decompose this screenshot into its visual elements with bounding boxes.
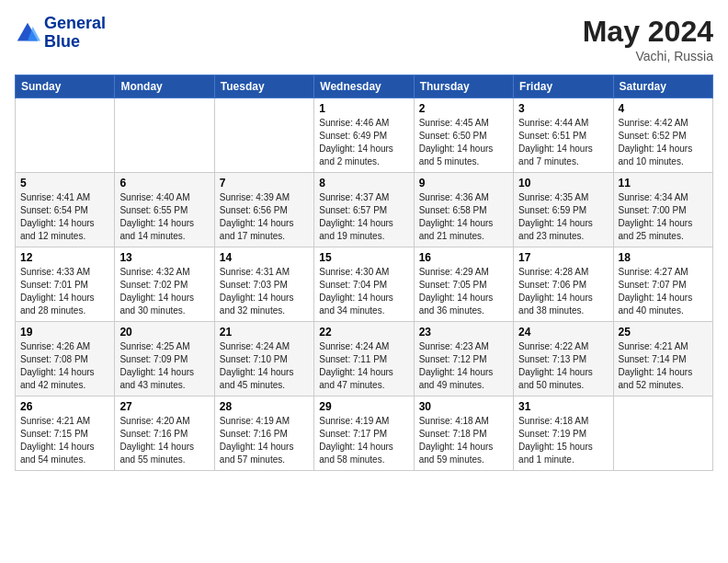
- day-number: 7: [220, 177, 309, 190]
- calendar-week-row: 5Sunrise: 4:41 AMSunset: 6:54 PMDaylight…: [16, 173, 713, 247]
- calendar-cell: 21Sunrise: 4:24 AMSunset: 7:10 PMDayligh…: [214, 322, 313, 396]
- calendar-cell: 28Sunrise: 4:19 AMSunset: 7:16 PMDayligh…: [214, 396, 313, 471]
- day-info: Sunrise: 4:21 AMSunset: 7:15 PMDaylight:…: [20, 415, 109, 466]
- calendar-cell: 14Sunrise: 4:31 AMSunset: 7:03 PMDayligh…: [214, 247, 313, 322]
- day-info: Sunrise: 4:19 AMSunset: 7:16 PMDaylight:…: [220, 415, 309, 466]
- day-info: Sunrise: 4:20 AMSunset: 7:16 PMDaylight:…: [119, 415, 209, 466]
- page-header: General Blue May 2024 Vachi, Russia: [15, 15, 713, 63]
- day-number: 15: [319, 251, 408, 264]
- calendar-week-row: 26Sunrise: 4:21 AMSunset: 7:15 PMDayligh…: [16, 396, 713, 471]
- day-info: Sunrise: 4:25 AMSunset: 7:09 PMDaylight:…: [119, 340, 209, 392]
- calendar-cell: 23Sunrise: 4:23 AMSunset: 7:12 PMDayligh…: [414, 322, 513, 396]
- day-info: Sunrise: 4:18 AMSunset: 7:18 PMDaylight:…: [419, 415, 508, 466]
- calendar-cell: 29Sunrise: 4:19 AMSunset: 7:17 PMDayligh…: [314, 396, 414, 471]
- calendar-cell: 2Sunrise: 4:45 AMSunset: 6:50 PMDaylight…: [414, 98, 513, 173]
- calendar-cell: 30Sunrise: 4:18 AMSunset: 7:18 PMDayligh…: [414, 396, 513, 471]
- day-info: Sunrise: 4:24 AMSunset: 7:11 PMDaylight:…: [319, 340, 408, 392]
- weekday-header: Wednesday: [314, 75, 414, 98]
- day-number: 12: [20, 251, 109, 264]
- day-info: Sunrise: 4:23 AMSunset: 7:12 PMDaylight:…: [419, 340, 508, 392]
- day-number: 24: [518, 326, 608, 339]
- day-info: Sunrise: 4:45 AMSunset: 6:50 PMDaylight:…: [419, 117, 508, 168]
- day-info: Sunrise: 4:30 AMSunset: 7:04 PMDaylight:…: [319, 266, 408, 317]
- day-number: 25: [619, 326, 708, 339]
- day-info: Sunrise: 4:29 AMSunset: 7:05 PMDaylight:…: [419, 266, 508, 317]
- day-number: 17: [518, 251, 608, 264]
- calendar-cell: 31Sunrise: 4:18 AMSunset: 7:19 PMDayligh…: [514, 396, 613, 471]
- day-number: 10: [518, 177, 608, 190]
- weekday-header: Friday: [514, 75, 613, 98]
- day-number: 30: [419, 400, 508, 413]
- day-number: 5: [20, 177, 109, 190]
- calendar-cell: [613, 396, 712, 471]
- calendar-cell: 17Sunrise: 4:28 AMSunset: 7:06 PMDayligh…: [514, 247, 613, 322]
- day-info: Sunrise: 4:46 AMSunset: 6:49 PMDaylight:…: [319, 117, 408, 168]
- day-number: 31: [518, 400, 608, 413]
- day-info: Sunrise: 4:31 AMSunset: 7:03 PMDaylight:…: [220, 266, 309, 317]
- calendar-cell: 20Sunrise: 4:25 AMSunset: 7:09 PMDayligh…: [115, 322, 214, 396]
- day-info: Sunrise: 4:32 AMSunset: 7:02 PMDaylight:…: [119, 266, 209, 317]
- calendar-cell: 22Sunrise: 4:24 AMSunset: 7:11 PMDayligh…: [314, 322, 414, 396]
- calendar-cell: 9Sunrise: 4:36 AMSunset: 6:58 PMDaylight…: [414, 173, 513, 247]
- day-info: Sunrise: 4:22 AMSunset: 7:13 PMDaylight:…: [518, 340, 608, 392]
- calendar-cell: [214, 98, 313, 173]
- day-info: Sunrise: 4:27 AMSunset: 7:07 PMDaylight:…: [619, 266, 708, 317]
- calendar-cell: 25Sunrise: 4:21 AMSunset: 7:14 PMDayligh…: [613, 322, 712, 396]
- calendar-cell: 18Sunrise: 4:27 AMSunset: 7:07 PMDayligh…: [613, 247, 712, 322]
- day-info: Sunrise: 4:37 AMSunset: 6:57 PMDaylight:…: [319, 191, 408, 243]
- day-number: 3: [518, 102, 608, 115]
- calendar-week-row: 12Sunrise: 4:33 AMSunset: 7:01 PMDayligh…: [16, 247, 713, 322]
- day-number: 16: [419, 251, 508, 264]
- logo-icon: [15, 20, 40, 46]
- day-info: Sunrise: 4:44 AMSunset: 6:51 PMDaylight:…: [518, 117, 608, 168]
- calendar-cell: 27Sunrise: 4:20 AMSunset: 7:16 PMDayligh…: [115, 396, 214, 471]
- calendar-week-row: 1Sunrise: 4:46 AMSunset: 6:49 PMDaylight…: [16, 98, 713, 173]
- day-number: 27: [119, 400, 209, 413]
- day-info: Sunrise: 4:40 AMSunset: 6:55 PMDaylight:…: [119, 191, 209, 243]
- day-number: 26: [20, 400, 109, 413]
- day-info: Sunrise: 4:34 AMSunset: 7:00 PMDaylight:…: [619, 191, 708, 243]
- day-number: 14: [220, 251, 309, 264]
- day-info: Sunrise: 4:42 AMSunset: 6:52 PMDaylight:…: [619, 117, 708, 168]
- day-number: 28: [220, 400, 309, 413]
- day-number: 11: [619, 177, 708, 190]
- day-info: Sunrise: 4:21 AMSunset: 7:14 PMDaylight:…: [619, 340, 708, 392]
- day-number: 29: [319, 400, 408, 413]
- calendar-cell: 1Sunrise: 4:46 AMSunset: 6:49 PMDaylight…: [314, 98, 414, 173]
- day-number: 4: [619, 102, 708, 115]
- calendar-cell: 5Sunrise: 4:41 AMSunset: 6:54 PMDaylight…: [16, 173, 115, 247]
- day-info: Sunrise: 4:18 AMSunset: 7:19 PMDaylight:…: [518, 415, 608, 466]
- day-info: Sunrise: 4:39 AMSunset: 6:56 PMDaylight:…: [220, 191, 309, 243]
- location: Vachi, Russia: [583, 49, 713, 63]
- day-number: 20: [119, 326, 209, 339]
- day-number: 21: [220, 326, 309, 339]
- day-info: Sunrise: 4:19 AMSunset: 7:17 PMDaylight:…: [319, 415, 408, 466]
- day-number: 23: [419, 326, 508, 339]
- calendar-cell: 6Sunrise: 4:40 AMSunset: 6:55 PMDaylight…: [115, 173, 214, 247]
- calendar-cell: 12Sunrise: 4:33 AMSunset: 7:01 PMDayligh…: [16, 247, 115, 322]
- calendar-cell: 10Sunrise: 4:35 AMSunset: 6:59 PMDayligh…: [514, 173, 613, 247]
- day-number: 22: [319, 326, 408, 339]
- day-number: 6: [119, 177, 209, 190]
- day-info: Sunrise: 4:36 AMSunset: 6:58 PMDaylight:…: [419, 191, 508, 243]
- day-info: Sunrise: 4:41 AMSunset: 6:54 PMDaylight:…: [20, 191, 109, 243]
- day-number: 18: [619, 251, 708, 264]
- day-number: 1: [319, 102, 408, 115]
- day-number: 9: [419, 177, 508, 190]
- day-number: 13: [119, 251, 209, 264]
- month-year: May 2024: [583, 15, 713, 49]
- calendar-cell: 4Sunrise: 4:42 AMSunset: 6:52 PMDaylight…: [613, 98, 712, 173]
- weekday-header: Tuesday: [214, 75, 313, 98]
- day-info: Sunrise: 4:28 AMSunset: 7:06 PMDaylight:…: [518, 266, 608, 317]
- calendar-cell: [16, 98, 115, 173]
- calendar-cell: 11Sunrise: 4:34 AMSunset: 7:00 PMDayligh…: [613, 173, 712, 247]
- calendar-cell: 19Sunrise: 4:26 AMSunset: 7:08 PMDayligh…: [16, 322, 115, 396]
- calendar-cell: 3Sunrise: 4:44 AMSunset: 6:51 PMDaylight…: [514, 98, 613, 173]
- calendar-cell: 26Sunrise: 4:21 AMSunset: 7:15 PMDayligh…: [16, 396, 115, 471]
- calendar-cell: 15Sunrise: 4:30 AMSunset: 7:04 PMDayligh…: [314, 247, 414, 322]
- logo-text: General Blue: [44, 15, 106, 52]
- calendar-cell: 13Sunrise: 4:32 AMSunset: 7:02 PMDayligh…: [115, 247, 214, 322]
- weekday-header: Sunday: [16, 75, 115, 98]
- calendar-table: SundayMondayTuesdayWednesdayThursdayFrid…: [15, 75, 713, 471]
- weekday-header: Thursday: [414, 75, 513, 98]
